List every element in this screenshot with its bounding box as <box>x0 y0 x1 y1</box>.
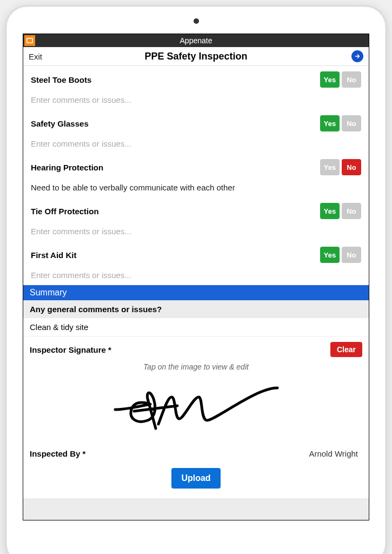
footer-space <box>23 498 369 520</box>
comment-input[interactable] <box>31 219 361 241</box>
inspected-by-label: Inspected By * <box>30 449 85 458</box>
item-label: Tie Off Protection <box>31 207 99 216</box>
no-button[interactable]: No <box>342 203 361 219</box>
signature-hint: Tap on the image to view & edit <box>23 359 369 374</box>
tablet-frame: Appenate Exit PPE Safety Inspection Stee… <box>5 5 387 554</box>
inspection-item: First Aid Kit Yes No <box>23 241 369 285</box>
no-button[interactable]: No <box>342 115 361 131</box>
item-label: First Aid Kit <box>31 250 76 260</box>
no-button[interactable]: No <box>342 247 361 263</box>
clear-signature-button[interactable]: Clear <box>330 342 362 357</box>
no-button[interactable]: No <box>342 159 361 175</box>
form-content: Steel Toe Boots Yes No Safety Glasses Ye… <box>23 66 369 520</box>
yes-button[interactable]: Yes <box>320 115 340 131</box>
item-label: Steel Toe Boots <box>31 75 91 84</box>
inspected-by-name[interactable]: Arnold Wright <box>309 449 358 458</box>
comment-text[interactable]: Need to be able to verbally communicate … <box>31 175 361 197</box>
app-logo-icon <box>24 35 35 46</box>
next-button[interactable] <box>351 50 363 62</box>
signature-canvas[interactable] <box>23 374 369 439</box>
inspection-item: Steel Toe Boots Yes No <box>23 66 369 110</box>
arrow-right-icon <box>354 53 361 60</box>
summary-answer[interactable]: Clean & tidy site <box>23 318 369 337</box>
signature-label: Inspector Signature * <box>30 345 111 354</box>
page-title: PPE Safety Inspection <box>56 51 336 62</box>
no-button[interactable]: No <box>342 71 361 88</box>
summary-section-header: Summary <box>23 285 369 300</box>
yes-button[interactable]: Yes <box>320 71 340 88</box>
signature-icon <box>104 380 288 434</box>
status-app-name: Appenate <box>180 36 212 45</box>
comment-input[interactable] <box>31 263 361 285</box>
summary-question: Any general comments or issues? <box>23 300 369 318</box>
yes-button[interactable]: Yes <box>320 159 340 175</box>
inspection-item: Hearing Protection Yes No Need to be abl… <box>23 154 369 197</box>
upload-button[interactable]: Upload <box>171 468 220 489</box>
yes-button[interactable]: Yes <box>320 203 340 219</box>
item-label: Safety Glasses <box>31 119 89 128</box>
inspection-item: Tie Off Protection Yes No <box>23 197 369 241</box>
exit-button[interactable]: Exit <box>29 52 56 61</box>
app-screen: Appenate Exit PPE Safety Inspection Stee… <box>23 34 369 520</box>
comment-input[interactable] <box>31 88 361 110</box>
inspection-item: Safety Glasses Yes No <box>23 110 369 154</box>
status-bar: Appenate <box>23 34 369 47</box>
tablet-camera <box>194 18 199 24</box>
nav-bar: Exit PPE Safety Inspection <box>23 47 369 66</box>
svg-rect-0 <box>27 38 33 43</box>
comment-input[interactable] <box>31 131 361 154</box>
yes-button[interactable]: Yes <box>320 247 340 263</box>
item-label: Hearing Protection <box>31 163 103 172</box>
